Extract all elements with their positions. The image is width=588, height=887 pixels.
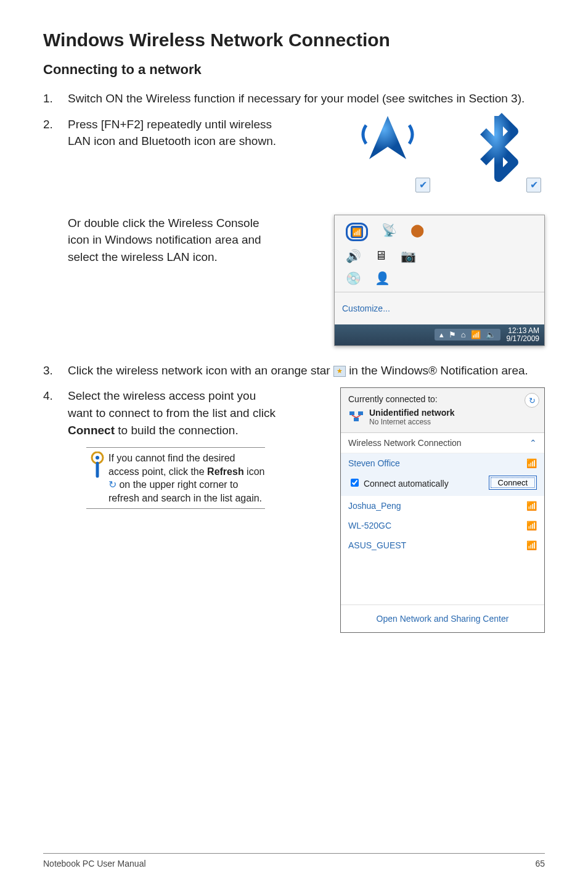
step-4: 4. Select the wireless access point you … <box>43 387 328 439</box>
check-icon: ✔ <box>526 178 541 192</box>
speaker-icon[interactable]: 🔈 <box>486 330 496 339</box>
wifi-network-item[interactable]: ASUS_GUEST 📶 <box>341 535 544 555</box>
disc-icon[interactable]: 💿 <box>346 271 361 286</box>
step-number: 1. <box>43 90 68 107</box>
wireless-star-icon: ★ <box>333 366 346 377</box>
no-internet-label: No Internet access <box>369 418 454 426</box>
svg-point-3 <box>96 456 99 460</box>
connect-automatically-checkbox[interactable]: Connect automatically <box>348 477 449 489</box>
step-number: 3. <box>43 362 68 379</box>
chevron-up-icon[interactable]: ⌃ <box>529 438 537 448</box>
open-network-center-link[interactable]: Open Network and Sharing Center <box>341 604 544 632</box>
refresh-word: Refresh <box>207 466 244 477</box>
wlan-big-icon: ✔ <box>341 97 434 196</box>
step-3: 3. Click the wireless network icon with … <box>43 362 545 379</box>
tip-callout: If you cannot find the desired access po… <box>86 447 265 509</box>
network-name: Steven Office <box>348 458 400 468</box>
refresh-inline-icon: ↻ <box>108 479 116 490</box>
step-text: Select the wireless access point you wan… <box>68 389 276 419</box>
tray-icon[interactable]: 📡 <box>382 223 397 241</box>
wifi-network-item[interactable]: WL-520GC 📶 <box>341 516 544 535</box>
page-number: 65 <box>535 859 545 868</box>
monitor-icon[interactable]: 🖥 <box>375 249 387 263</box>
currently-connected-label: Currently connected to: <box>348 394 537 404</box>
bluetooth-big-icon: ✔ <box>452 97 545 196</box>
signal-icon: 📶 <box>526 458 537 468</box>
signal-icon: 📶 <box>526 521 537 530</box>
svg-rect-5 <box>358 411 363 415</box>
wifi-networks-panel: Currently connected to: Unidentified net… <box>340 387 545 633</box>
wireless-console-icon[interactable]: 📶 <box>346 223 368 241</box>
network-icon[interactable]: 📶 <box>471 330 481 339</box>
page-subheading: Connecting to a network <box>43 62 545 78</box>
step-text: to build the connection. <box>118 424 238 437</box>
wireless-section-label: Wireless Network Connection <box>348 438 462 448</box>
step-text: Press [FN+F2] repeatedly until wireless … <box>68 116 284 150</box>
network-map-icon <box>348 410 364 424</box>
tray-icon[interactable]: ⬤ <box>410 223 424 241</box>
auto-connect-checkbox[interactable] <box>351 479 359 487</box>
wifi-network-item[interactable]: Steven Office 📶 <box>341 453 544 473</box>
volume-icon[interactable]: 🔊 <box>346 249 361 263</box>
step-text: in the Windows® Notification area. <box>349 364 528 377</box>
step-text: Click the wireless network icon with an … <box>68 364 333 377</box>
callout-text: on the upper right corner to refresh and… <box>108 479 262 503</box>
signal-icon: 📶 <box>526 540 537 550</box>
tip-icon <box>86 452 108 479</box>
unidentified-network-label: Unidentified network <box>369 408 454 418</box>
svg-text:📶: 📶 <box>352 227 362 237</box>
svg-rect-4 <box>349 411 354 415</box>
battery-icon[interactable]: ⌂ <box>461 330 466 339</box>
customize-link[interactable]: Customize... <box>338 296 541 321</box>
signal-icon: 📶 <box>526 501 537 511</box>
connect-button[interactable]: Connect <box>489 476 537 490</box>
callout-text: icon <box>247 466 264 477</box>
user-icon[interactable]: 👤 <box>375 271 390 286</box>
network-name: WL-520GC <box>348 521 391 530</box>
step-number: 4. <box>43 387 68 439</box>
refresh-button[interactable]: ↻ <box>525 393 539 408</box>
step-text: Or double click the Wireless Console ico… <box>68 215 284 266</box>
network-name: Joshua_Peng <box>348 501 401 511</box>
footer-left: Notebook PC User Manual <box>43 859 146 868</box>
step-2: 2. Press [FN+F2] repeatedly until wirele… <box>43 116 329 150</box>
check-icon: ✔ <box>415 178 430 192</box>
page-heading: Windows Wireless Network Connection <box>43 30 545 51</box>
chevron-up-icon[interactable]: ▴ <box>439 330 444 339</box>
wifi-network-item[interactable]: Joshua_Peng 📶 <box>341 496 544 516</box>
flag-icon[interactable]: ⚑ <box>449 330 456 339</box>
notification-tray-popup: 📶 📡 ⬤ 🔊 🖥 📷 💿 👤 Customize... <box>334 215 545 346</box>
taskbar: ▴ ⚑ ⌂ 📶 🔈 12:13 AM 9/17/2009 <box>335 324 544 345</box>
clock[interactable]: 12:13 AM 9/17/2009 <box>507 327 539 343</box>
step-2b: Or double click the Wireless Console ico… <box>43 215 322 266</box>
step-number: 2. <box>43 116 68 150</box>
connect-word: Connect <box>68 424 115 437</box>
auto-connect-label: Connect automatically <box>364 479 449 489</box>
network-name: ASUS_GUEST <box>348 540 406 550</box>
svg-rect-6 <box>354 418 359 421</box>
tray-icon[interactable]: 📷 <box>401 249 416 263</box>
